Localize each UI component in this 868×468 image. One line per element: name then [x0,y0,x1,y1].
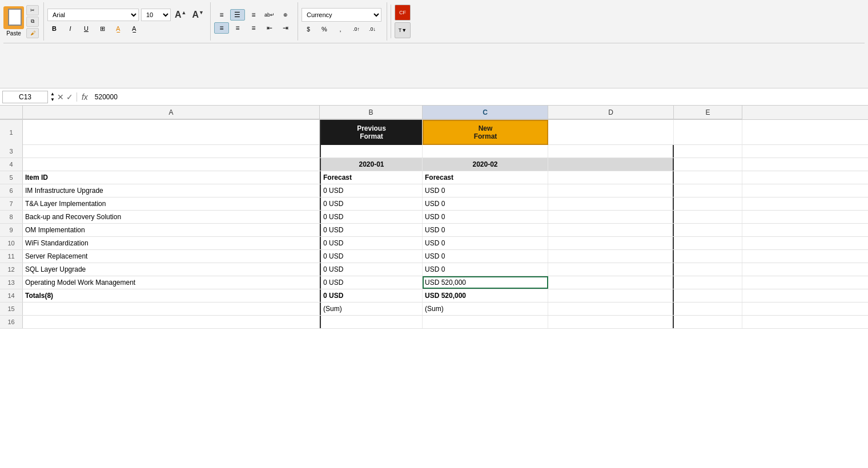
cell-c6[interactable]: USD 0 [423,184,548,197]
cell-d4[interactable] [548,158,674,171]
cell-b11[interactable]: 0 USD [320,250,423,263]
cell-e11[interactable] [674,250,742,263]
align-left-button[interactable]: ≡ [214,22,229,34]
cell-d12[interactable] [548,263,674,276]
increase-font-icon[interactable]: A▲ [173,9,188,21]
cell-a13[interactable]: Operating Model Work Management [23,276,320,289]
confirm-formula-icon[interactable]: ✓ [66,92,73,102]
cell-e12[interactable] [674,263,742,276]
cell-a12[interactable]: SQL Layer Upgrade [23,263,320,276]
cell-c13[interactable]: USD 520,000 [423,276,548,289]
align-right-button[interactable]: ≡ [246,22,261,34]
bold-button[interactable]: B [47,23,61,34]
cell-e16[interactable] [674,316,742,328]
cell-e14[interactable] [674,289,742,302]
cell-a4[interactable] [23,158,320,171]
fill-color-button[interactable]: A̲ [111,23,125,34]
format-painter-button[interactable]: 🖌 [26,28,39,38]
cell-a3[interactable] [23,145,320,158]
percent-button[interactable]: % [318,23,331,35]
col-header-c[interactable]: C [423,106,548,119]
cell-b3[interactable] [320,145,423,158]
cell-a8[interactable]: Back-up and Recovery Solution [23,211,320,223]
merge-button[interactable]: ⊕ [278,9,293,21]
name-box-arrows[interactable]: ▲ ▼ [50,91,55,103]
decrease-font-icon[interactable]: A▼ [190,9,205,21]
cell-e1[interactable] [674,120,742,145]
cell-d15[interactable] [548,302,674,315]
cell-c12[interactable]: USD 0 [423,263,548,276]
cell-c10[interactable]: USD 0 [423,237,548,249]
conditional-format-button[interactable]: CF [395,5,411,21]
cell-a5[interactable]: Item ID [23,171,320,184]
cancel-formula-icon[interactable]: ✕ [57,92,64,102]
cell-b13[interactable]: 0 USD [320,276,423,289]
cell-d11[interactable] [548,250,674,263]
cell-c7[interactable]: USD 0 [423,197,548,210]
cell-e15[interactable] [674,302,742,315]
cell-c15[interactable]: (Sum) [423,302,548,315]
cell-e13[interactable] [674,276,742,289]
cell-d6[interactable] [548,184,674,197]
cell-e5[interactable] [674,171,742,184]
cell-d14[interactable] [548,289,674,302]
cell-e3[interactable] [674,145,742,158]
align-top-button[interactable]: ≡ [214,9,229,21]
cell-d8[interactable] [548,211,674,223]
cell-b12[interactable]: 0 USD [320,263,423,276]
cell-a15[interactable] [23,302,320,315]
cell-reference-box[interactable] [2,91,48,103]
cell-b10[interactable]: 0 USD [320,237,423,249]
cell-e9[interactable] [674,224,742,236]
cell-d13[interactable] [548,276,674,289]
cell-c3[interactable] [423,145,548,158]
col-header-d[interactable]: D [548,106,674,119]
cell-d3[interactable] [548,145,674,158]
cell-b7[interactable]: 0 USD [320,197,423,210]
decrease-decimal-button[interactable]: .0↓ [365,23,379,35]
cell-a16[interactable] [23,316,320,328]
cell-a14[interactable]: Totals(8) [23,289,320,302]
cell-c1[interactable]: New Format [423,120,548,145]
number-format-select[interactable]: Currency General Number Accounting Perce… [302,8,381,22]
comma-button[interactable]: , [333,23,347,35]
cell-e6[interactable] [674,184,742,197]
cell-d9[interactable] [548,224,674,236]
cell-d5[interactable] [548,171,674,184]
font-color-button[interactable]: A̲ [127,23,141,34]
cell-b14[interactable]: 0 USD [320,289,423,302]
align-center-button[interactable]: ≡ [230,22,245,34]
cut-button[interactable]: ✂ [26,5,39,15]
cell-c16[interactable] [423,316,548,328]
cell-c4[interactable]: 2020-02 [423,158,548,171]
col-header-a[interactable]: A [23,106,320,119]
cell-a6[interactable]: IM Infrastructure Upgrade [23,184,320,197]
col-header-b[interactable]: B [320,106,423,119]
paste-button[interactable]: 📋 [3,6,24,29]
col-header-e[interactable]: E [674,106,742,119]
cell-e7[interactable] [674,197,742,210]
cell-e10[interactable] [674,237,742,249]
font-size-select[interactable]: 8 9 10 11 12 14 [141,9,171,21]
cell-d1[interactable] [548,120,674,145]
align-middle-button[interactable]: ☰ [230,9,245,21]
cell-b1[interactable]: Previous Format [320,120,423,145]
cell-e8[interactable] [674,211,742,223]
align-bottom-button[interactable]: ≡ [246,9,261,21]
wrap-text-button[interactable]: ab↵ [262,9,277,21]
cell-a1[interactable] [23,120,320,145]
cell-e4[interactable] [674,158,742,171]
underline-button[interactable]: U [79,23,93,34]
border-button[interactable]: ⊞ [95,23,109,34]
accounting-format-button[interactable]: $ [302,23,315,35]
italic-button[interactable]: I [63,23,77,34]
cell-b15[interactable]: (Sum) [320,302,423,315]
cell-a7[interactable]: T&A Layer Implementation [23,197,320,210]
cell-d10[interactable] [548,237,674,249]
cell-a9[interactable]: OM Implementation [23,224,320,236]
cell-b5[interactable]: Forecast [320,171,423,184]
cell-a10[interactable]: WiFi Standardization [23,237,320,249]
indent-decrease-button[interactable]: ⇤ [262,22,277,34]
cell-b8[interactable]: 0 USD [320,211,423,223]
formula-input[interactable] [93,91,866,103]
